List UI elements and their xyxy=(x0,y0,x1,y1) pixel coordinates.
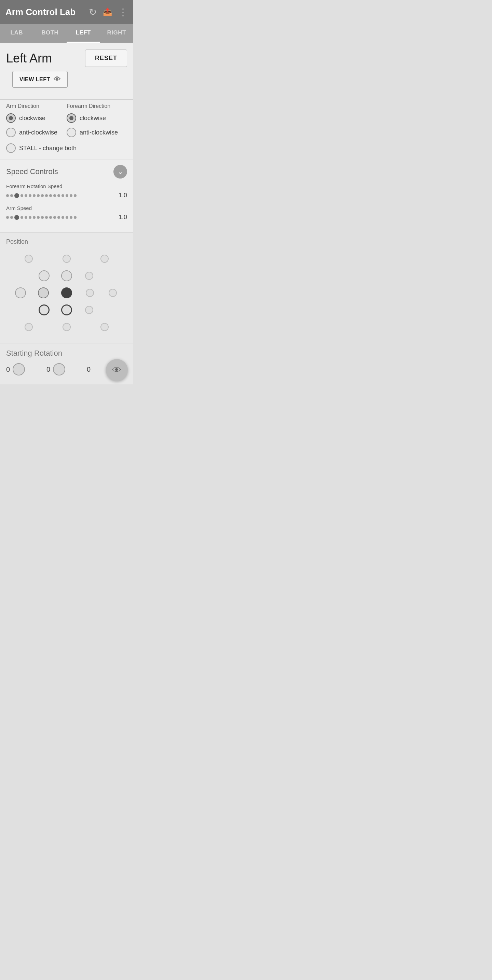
position-radio[interactable] xyxy=(36,302,52,318)
arm-clockwise-radio[interactable] xyxy=(6,113,16,123)
arm-speed-dots xyxy=(6,215,111,220)
rotation-value-2: 0 xyxy=(87,366,91,374)
speed-controls-collapse-button[interactable]: ⌄ xyxy=(113,165,127,178)
dot xyxy=(10,216,13,219)
position-radio[interactable] xyxy=(59,268,75,284)
arm-anticlockwise-option: anti-clockwise xyxy=(6,128,67,137)
arm-anticlockwise-radio[interactable] xyxy=(6,128,16,137)
dot xyxy=(45,216,48,219)
forearm-anticlockwise-label: anti-clockwise xyxy=(80,129,118,136)
chevron-down-icon: ⌄ xyxy=(118,168,123,176)
dot xyxy=(65,194,68,197)
speed-controls-header: Speed Controls ⌄ xyxy=(6,165,127,178)
dot xyxy=(74,194,77,197)
fab-eye-button[interactable]: 👁 xyxy=(106,359,128,381)
rotation-value-1: 0 xyxy=(46,366,50,374)
position-radio[interactable] xyxy=(59,319,75,335)
arm-speed-handle[interactable] xyxy=(14,215,19,220)
header-actions: ↻ 📤 ⋮ xyxy=(89,6,128,18)
arm-speed-value: 1.0 xyxy=(115,214,127,221)
position-radio[interactable] xyxy=(21,319,37,335)
position-radio-selected[interactable] xyxy=(59,285,75,301)
dot xyxy=(6,194,9,197)
arm-direction-label: Arm Direction xyxy=(6,103,67,109)
speed-controls-section: Speed Controls ⌄ Forearm Rotation Speed xyxy=(0,159,133,232)
speed-controls-title: Speed Controls xyxy=(6,167,58,176)
dot xyxy=(74,216,77,219)
reset-button[interactable]: RESET xyxy=(85,49,127,67)
tab-left[interactable]: LEFT xyxy=(67,24,100,43)
forearm-clockwise-label: clockwise xyxy=(80,115,106,122)
position-radio[interactable] xyxy=(13,285,28,301)
dot xyxy=(21,216,23,219)
left-arm-header: Left Arm RESET xyxy=(0,43,133,70)
position-radio[interactable] xyxy=(59,302,75,318)
view-left-label: VIEW LEFT xyxy=(19,76,50,83)
tab-both[interactable]: BOTH xyxy=(34,24,67,41)
position-section: Position xyxy=(0,232,133,343)
dot xyxy=(70,194,72,197)
more-options-icon[interactable]: ⋮ xyxy=(118,6,128,18)
direction-grid: Arm Direction Forearm Direction clockwis… xyxy=(6,103,127,142)
position-row-3 xyxy=(6,285,127,301)
arm-speed-slider-row: 1.0 xyxy=(6,214,127,221)
dot xyxy=(62,194,64,197)
left-arm-title: Left Arm xyxy=(6,51,52,65)
dot xyxy=(49,194,52,197)
tab-right[interactable]: RIGHT xyxy=(100,24,134,41)
dot xyxy=(62,216,64,219)
fab-eye-icon: 👁 xyxy=(112,365,121,375)
position-radio[interactable] xyxy=(81,268,97,284)
forearm-clockwise-option: clockwise xyxy=(67,113,127,123)
position-radio[interactable] xyxy=(97,251,112,267)
position-radio[interactable] xyxy=(97,319,112,335)
rotation-radio-1[interactable] xyxy=(53,363,65,375)
upload-icon[interactable]: 📤 xyxy=(103,8,112,16)
forearm-speed-handle[interactable] xyxy=(14,193,19,198)
position-radio[interactable] xyxy=(82,285,98,301)
forearm-speed-label: Forearm Rotation Speed xyxy=(6,183,127,189)
dot xyxy=(33,216,35,219)
arm-clockwise-label: clockwise xyxy=(19,115,45,122)
rotation-item-0: 0 xyxy=(6,363,46,375)
position-grid xyxy=(6,251,127,335)
forearm-anticlockwise-option: anti-clockwise xyxy=(67,128,127,137)
forearm-clockwise-radio[interactable] xyxy=(67,113,76,123)
arm-anticlockwise-label: anti-clockwise xyxy=(19,129,58,136)
forearm-anticlockwise-radio[interactable] xyxy=(67,128,76,137)
dot xyxy=(37,216,40,219)
dot xyxy=(37,194,40,197)
tab-bar: LAB BOTH LEFT RIGHT xyxy=(0,24,133,43)
position-radio[interactable] xyxy=(35,285,51,301)
dot xyxy=(6,216,9,219)
dot xyxy=(58,216,60,219)
rotation-radio-0[interactable] xyxy=(13,363,25,375)
position-radio[interactable] xyxy=(21,251,37,267)
dot xyxy=(49,216,52,219)
main-content: Left Arm RESET VIEW LEFT 👁 Arm Direction… xyxy=(0,43,133,384)
forearm-speed-dots xyxy=(6,193,111,198)
dot xyxy=(29,216,32,219)
forearm-direction-label: Forearm Direction xyxy=(67,103,127,109)
forearm-speed-slider[interactable] xyxy=(6,195,111,196)
stall-radio[interactable] xyxy=(6,143,16,153)
dot xyxy=(41,216,44,219)
dot xyxy=(65,216,68,219)
position-radio[interactable] xyxy=(105,285,121,301)
stall-option: STALL - change both xyxy=(6,143,127,153)
app-header: Arm Control Lab ↻ 📤 ⋮ xyxy=(0,0,133,24)
dot xyxy=(41,194,44,197)
dot xyxy=(29,194,32,197)
refresh-icon[interactable]: ↻ xyxy=(89,6,97,18)
arm-speed-slider[interactable] xyxy=(6,217,111,218)
position-radio[interactable] xyxy=(36,268,52,284)
dot xyxy=(25,216,27,219)
position-row-5 xyxy=(6,319,127,335)
view-left-button[interactable]: VIEW LEFT 👁 xyxy=(12,71,68,88)
dot xyxy=(10,194,13,197)
position-radio[interactable] xyxy=(59,251,75,267)
tab-lab[interactable]: LAB xyxy=(0,24,34,41)
position-row-4 xyxy=(6,302,127,318)
position-radio[interactable] xyxy=(81,302,97,318)
rotation-value-0: 0 xyxy=(6,366,10,374)
